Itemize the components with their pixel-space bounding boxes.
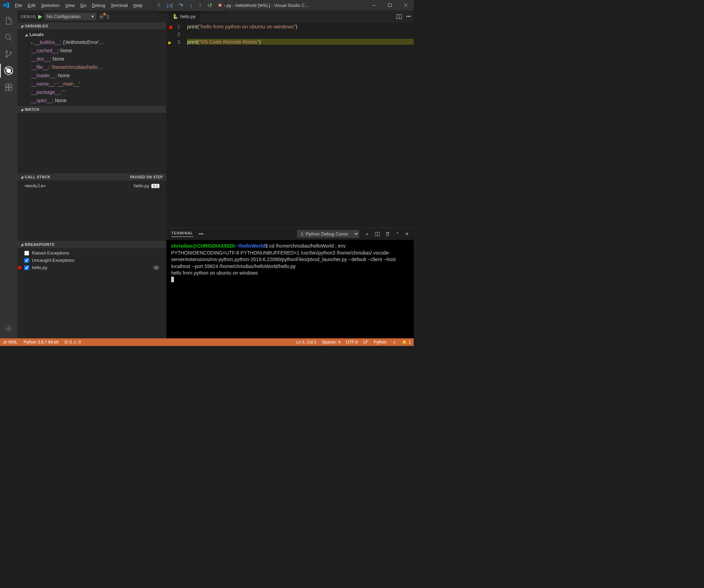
stop-icon[interactable]: ■ <box>218 2 222 8</box>
bp-checkbox[interactable] <box>24 251 29 256</box>
variable-item[interactable]: __loader__: None <box>17 71 166 80</box>
menu-view[interactable]: View <box>62 3 78 8</box>
feedback-icon[interactable]: ☺ <box>389 338 399 346</box>
watch-header[interactable]: ◢WATCH <box>17 106 166 113</box>
editor-line[interactable]: ▶3print("VS Code Remote Rocks") <box>166 38 414 45</box>
split-terminal-icon[interactable] <box>375 232 380 237</box>
split-editor-icon[interactable] <box>396 14 402 19</box>
close-button[interactable] <box>398 0 414 10</box>
svg-rect-0 <box>372 5 376 6</box>
editor-tabs: ⠿ ▷| ↷ ↓ ↑ ↺ ■ 🐍 hello.py ••• <box>166 10 414 23</box>
variable-item[interactable]: __file__: '/home/chrisdias/hello… <box>17 63 166 71</box>
explorer-icon[interactable] <box>0 14 17 28</box>
terminal-body[interactable]: chrisdias@CHRISDIAS5020:~/helloWorld$ cd… <box>166 240 414 338</box>
callstack-header[interactable]: ◢CALL STACKPAUSED ON STEP <box>17 173 166 180</box>
terminal-tab[interactable]: TERMINAL <box>171 231 193 237</box>
variable-item[interactable]: __cached__: None <box>17 46 166 55</box>
svg-point-2 <box>6 34 10 39</box>
maximize-panel-icon[interactable]: ⌃ <box>396 231 399 237</box>
svg-rect-8 <box>6 84 8 87</box>
terminal-user: chrisdias@CHRISDIAS5020 <box>171 243 235 249</box>
panel-more-icon[interactable]: ••• <box>199 231 204 237</box>
search-icon[interactable] <box>0 30 17 44</box>
cursor-position[interactable]: Ln 3, Col 1 <box>293 338 319 346</box>
source-control-icon[interactable] <box>0 47 17 61</box>
settings-gear-icon[interactable] <box>0 322 17 336</box>
breakpoints-header[interactable]: ◢BREAKPOINTS <box>17 241 166 248</box>
variable-item[interactable]: __name__: '__main__' <box>17 80 166 88</box>
step-out-icon[interactable]: ↑ <box>199 2 201 8</box>
bp-checkbox[interactable] <box>24 258 29 263</box>
stack-frame[interactable]: <module> hello.py 3:1 <box>17 182 166 190</box>
vscode-logo-icon <box>0 2 12 8</box>
variable-item[interactable]: __doc__: None <box>17 55 166 63</box>
extensions-icon[interactable] <box>0 80 17 94</box>
menu-go[interactable]: Go <box>78 3 89 8</box>
debug-settings-icon[interactable] <box>98 14 105 20</box>
bp-checkbox[interactable] <box>24 265 29 270</box>
code-editor[interactable]: 1print("hello from python on ubuntu on w… <box>166 23 414 228</box>
continue-icon[interactable]: ▷| <box>167 2 173 9</box>
frame-file: hello.py <box>134 183 149 188</box>
debug-icon[interactable] <box>0 64 17 78</box>
menu-terminal[interactable]: Terminal <box>108 3 130 8</box>
python-interpreter[interactable]: Python 3.6.7 64-bit <box>21 338 61 346</box>
terminal-select[interactable]: 1: Python Debug Consc <box>297 230 359 238</box>
variable-item[interactable]: __spec__: None <box>17 96 166 105</box>
menu-file[interactable]: File <box>12 3 25 8</box>
new-terminal-icon[interactable]: ＋ <box>365 231 369 237</box>
minimize-button[interactable] <box>366 0 382 10</box>
breakpoint-dot-icon <box>18 266 21 269</box>
eol[interactable]: LF <box>361 338 371 346</box>
variables-header[interactable]: ◢VARIABLES <box>17 23 166 29</box>
maximize-button[interactable] <box>382 0 398 10</box>
problems-indicator[interactable]: ⓧ0 ⚠0 <box>61 338 83 346</box>
remote-indicator[interactable]: ⇄WSL <box>0 338 21 346</box>
editor-tab[interactable]: 🐍 hello.py <box>168 10 200 23</box>
debug-label: DEBUG <box>21 15 36 19</box>
twistie-icon: ◢ <box>21 108 24 111</box>
editor-line[interactable]: 1print("hello from python on ubuntu on w… <box>166 23 414 30</box>
menu-edit[interactable]: Edit <box>25 3 38 8</box>
twistie-icon: ◢ <box>21 243 24 246</box>
variable-item[interactable]: __builtins__: {'ArithmeticError'… <box>17 38 166 46</box>
indentation[interactable]: Spaces: 4 <box>319 338 343 346</box>
close-panel-icon[interactable]: ✕ <box>405 231 409 237</box>
settings-badge-icon <box>103 13 106 16</box>
terminal-cursor <box>171 277 174 282</box>
debug-console-icon[interactable]: ▯ <box>107 14 109 19</box>
watch-body <box>17 113 166 173</box>
editor-actions: ••• <box>396 10 414 23</box>
editor-line[interactable]: 2 <box>166 30 414 38</box>
variables-scope[interactable]: Locals <box>17 31 166 38</box>
debug-config-label: No Configuration <box>47 14 81 19</box>
variable-item[interactable]: __package__: '' <box>17 88 166 96</box>
menu-selection[interactable]: Selection <box>38 3 62 8</box>
language-mode[interactable]: Python <box>371 338 389 346</box>
breakpoints-body: Raised Exceptions Uncaught Exceptions he… <box>17 248 166 273</box>
step-over-icon[interactable]: ↷ <box>179 2 183 9</box>
panel-header: TERMINAL ••• 1: Python Debug Consc ＋ ⌃ ✕ <box>166 228 414 240</box>
step-into-icon[interactable]: ↓ <box>190 2 192 8</box>
svg-point-4 <box>6 56 8 57</box>
menu-debug[interactable]: Debug <box>89 3 108 8</box>
debug-start-icon[interactable]: ▶ <box>38 13 42 20</box>
menu-help[interactable]: Help <box>131 3 146 8</box>
grip-icon[interactable]: ⠿ <box>157 3 161 8</box>
restart-icon[interactable]: ↺ <box>208 2 212 9</box>
frame-position: 3:1 <box>151 184 159 188</box>
terminal-output: hello from python on ubuntu on windows <box>171 270 409 277</box>
svg-point-13 <box>101 16 103 17</box>
tab-label: hello.py <box>180 14 196 19</box>
debug-config-select[interactable]: No Configuration ▾ <box>44 13 96 20</box>
encoding[interactable]: UTF-8 <box>343 338 361 346</box>
frame-name: <module> <box>24 183 134 188</box>
warning-icon: ⚠ <box>73 340 77 345</box>
more-actions-icon[interactable]: ••• <box>406 14 411 19</box>
breakpoint-file[interactable]: hello.py1 <box>17 264 166 271</box>
notifications-icon[interactable]: 🔔1 <box>399 338 414 346</box>
breakpoint-raised[interactable]: Raised Exceptions <box>17 249 166 257</box>
svg-rect-10 <box>9 88 12 90</box>
kill-terminal-icon[interactable] <box>385 232 390 237</box>
breakpoint-uncaught[interactable]: Uncaught Exceptions <box>17 257 166 264</box>
